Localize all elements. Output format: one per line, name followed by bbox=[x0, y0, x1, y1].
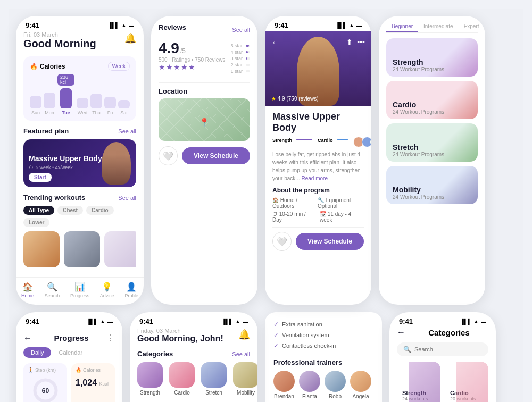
workcat-mobility-text: Mobility 24 Workout Programs bbox=[393, 186, 444, 200]
status-icons-1: ▐▌▌ ▲ ▬ bbox=[108, 22, 134, 28]
cats-cardio[interactable]: Cardio 20 workouts bbox=[445, 362, 488, 402]
hero-rating: ★ 4.9 (750 reviews) bbox=[271, 96, 318, 102]
location-label: Location bbox=[159, 87, 250, 95]
trainer-name-fianta: Fianta bbox=[302, 393, 317, 399]
rating-value: 4.9 bbox=[159, 40, 179, 57]
battery-icon: ▬ bbox=[129, 22, 134, 28]
search-input[interactable] bbox=[414, 346, 488, 353]
workcat-mobility[interactable]: Mobility 24 Workout Programs bbox=[386, 166, 478, 204]
read-more-link[interactable]: Read more bbox=[301, 175, 327, 181]
trainers-title: Professional trainers bbox=[273, 358, 373, 366]
workcat-name-strength: Strength bbox=[393, 58, 444, 66]
start-button[interactable]: Start bbox=[29, 173, 52, 182]
trainer-fianta[interactable]: Fianta bbox=[299, 371, 320, 399]
tab-expert[interactable]: Expert bbox=[459, 21, 485, 32]
back-button-3[interactable]: ← bbox=[271, 38, 280, 47]
trainer-avatar-angela bbox=[350, 371, 371, 392]
view-schedule-button[interactable]: View Schedule bbox=[182, 147, 250, 164]
featured-card[interactable]: Massive Upper Body ⏱5 week • 4x/week Sta… bbox=[23, 139, 136, 187]
trainer-avatar-robb bbox=[325, 371, 346, 392]
workcat-name-stretch: Stretch bbox=[393, 143, 444, 152]
more-options[interactable]: ⋮ bbox=[106, 333, 115, 343]
date2-label: Friday. 03 March bbox=[137, 328, 223, 334]
signal-icon-5: ▐▌▌ bbox=[222, 319, 233, 324]
day-bar-wed: Wed bbox=[77, 98, 88, 115]
bell-icon[interactable]: 🔔 bbox=[124, 32, 136, 44]
trending-label: Trending workouts bbox=[23, 194, 85, 202]
workout-thumb-3[interactable] bbox=[104, 231, 136, 267]
check-icon-2: ✓ bbox=[273, 331, 279, 339]
signal-icon-4: ▐▌▌ bbox=[87, 319, 98, 324]
workout-thumb-2[interactable] bbox=[64, 231, 100, 267]
workout-hero: ← ⬆ ••• ★ 4.9 (750 reviews) bbox=[265, 31, 371, 106]
tag-cardio[interactable]: Cardio bbox=[86, 206, 114, 215]
featured-section-header: Featured plan See all bbox=[23, 127, 136, 135]
categories2-see-all[interactable]: See all bbox=[232, 351, 250, 357]
tab-beginner[interactable]: Beginner bbox=[386, 21, 418, 32]
tab-daily[interactable]: Daily bbox=[23, 347, 51, 358]
workout-tag-cardio-row: Cardio bbox=[318, 138, 348, 143]
cat-stretch[interactable]: Stretch bbox=[201, 362, 227, 396]
nav-progress[interactable]: 📊Progress bbox=[70, 282, 89, 298]
cats-strength[interactable]: Strength 24 workouts bbox=[397, 362, 440, 402]
nav-profile[interactable]: 👤Profile bbox=[125, 282, 139, 298]
cal-badge: 236 kcl bbox=[57, 74, 74, 86]
back-button-cats[interactable]: ← bbox=[397, 328, 405, 337]
nav-advice[interactable]: 💡Advice bbox=[100, 282, 114, 298]
tag-chest[interactable]: Chest bbox=[57, 206, 83, 215]
desc-text: Lose belly fat, get ripped abs in just 4… bbox=[272, 150, 364, 182]
tab-calendar[interactable]: Calendar bbox=[51, 347, 90, 358]
reviews-see-all[interactable]: See all bbox=[232, 27, 250, 33]
trainer-robb[interactable]: Robb bbox=[325, 371, 346, 399]
check-icon-1: ✓ bbox=[273, 321, 279, 328]
workcat-stretch[interactable]: Stretch 24 Workout Programs bbox=[386, 123, 478, 162]
week-button[interactable]: Week bbox=[108, 62, 130, 71]
difficulty-tabs: Beginner Intermediate Expert bbox=[386, 21, 478, 33]
share-icon[interactable]: ⬆ bbox=[346, 38, 353, 46]
cat-strength[interactable]: Strength bbox=[137, 362, 163, 396]
metrics-row: 🚶Step (km) 60 Average 500 bbox=[23, 363, 115, 402]
donut-chart: 60 bbox=[31, 376, 60, 403]
more-icon[interactable]: ••• bbox=[357, 38, 365, 46]
tag-all[interactable]: All Type bbox=[23, 206, 54, 215]
reviews-label: Reviews bbox=[159, 23, 186, 31]
bell-icon-2[interactable]: 🔔 bbox=[238, 329, 250, 340]
battery-icon-4: ▬ bbox=[107, 319, 113, 324]
bottom-nav: 🏠Home 🔍Search 📊Progress 💡Advice 👤Profile bbox=[16, 277, 144, 305]
workcat-cardio[interactable]: Cardio 24 Workout Programs bbox=[386, 81, 478, 119]
star-icon: ★ bbox=[271, 96, 276, 102]
hero-actions: ⬆ ••• bbox=[346, 38, 365, 46]
workcat-stretch-text: Stretch 24 Workout Programs bbox=[393, 143, 444, 157]
workcat-count-stretch: 24 Workout Programs bbox=[393, 152, 444, 157]
trainer-angela[interactable]: Angela bbox=[350, 371, 371, 399]
view-schedule-button-3[interactable]: View Schedule bbox=[296, 233, 364, 250]
signal-icon-3: ▐▌▌ bbox=[336, 22, 347, 28]
nav-search[interactable]: 🔍Search bbox=[45, 282, 60, 298]
cat-cardio[interactable]: Cardio bbox=[169, 362, 195, 396]
favorite-button-3[interactable]: 🤍 bbox=[272, 232, 292, 251]
status-time-1: 9:41 bbox=[26, 21, 39, 29]
trending-see-all[interactable]: See all bbox=[118, 195, 136, 201]
nav-home[interactable]: 🏠Home bbox=[21, 282, 34, 298]
cat-mobility[interactable]: Mobility bbox=[233, 362, 257, 396]
progress-title: Progress bbox=[54, 333, 88, 342]
tag-lower[interactable]: Lower bbox=[23, 218, 49, 227]
favorite-button[interactable]: 🤍 bbox=[159, 146, 178, 165]
progress-content: ← Progress ⋮ Daily Calendar 🚶Step (km) bbox=[16, 328, 122, 402]
workout-thumb-1[interactable] bbox=[23, 231, 60, 267]
search-icon: 🔍 bbox=[403, 346, 411, 353]
progress-header: ← Progress ⋮ bbox=[23, 333, 115, 343]
workcat-count-mobility: 24 Workout Programs bbox=[393, 194, 444, 200]
workout-tags: All Type Chest Cardio Lower bbox=[23, 206, 136, 227]
cal-unit: Kcal bbox=[99, 381, 109, 387]
map-placeholder: 📍 bbox=[159, 98, 250, 141]
search-bar[interactable]: 🔍 bbox=[397, 342, 488, 356]
featured-see-all[interactable]: See all bbox=[118, 128, 136, 135]
back-button-progress[interactable]: ← bbox=[23, 333, 32, 343]
workcat-strength[interactable]: Strength 24 Workout Programs bbox=[386, 38, 478, 77]
tab-intermediate[interactable]: Intermediate bbox=[418, 21, 459, 32]
trainer-brendan[interactable]: Brendan bbox=[273, 371, 295, 399]
day-bar-fri: Fri bbox=[104, 97, 116, 115]
info-equipment: 🔧 Equipment Optional bbox=[318, 197, 364, 209]
workout-thumbnails bbox=[23, 231, 136, 267]
